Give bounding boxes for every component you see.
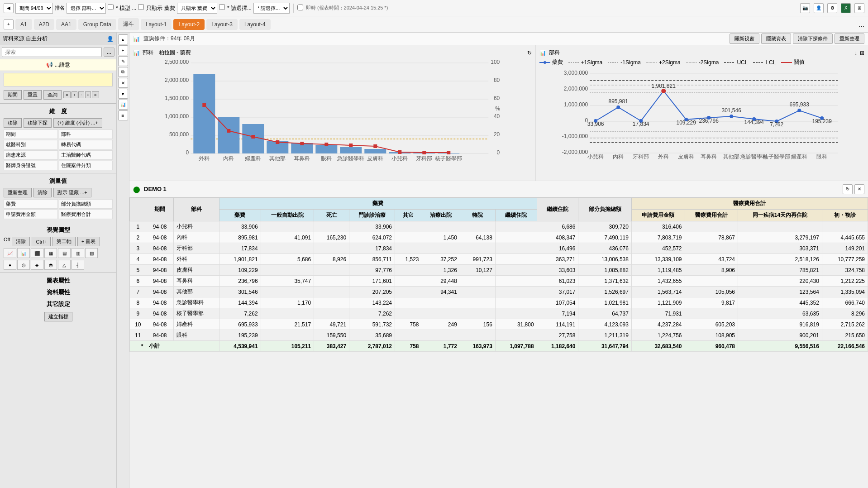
create-indicator[interactable]: 建立指標 [0,310,116,323]
show-hide-button[interactable]: 顯示 隱藏 ...+ [53,188,91,197]
chart-pie-icon[interactable]: ● [4,260,16,270]
chart-candle-icon[interactable]: ┤ [72,260,84,270]
second-axis-button[interactable]: 第二軸 [52,237,76,246]
search-more-button[interactable]: ... [104,48,114,57]
cell-continue [495,330,537,341]
nav-prev-button[interactable]: ‹ [72,91,77,98]
remove-down-button[interactable]: 移除下探 [24,118,52,128]
chart-gauge-icon[interactable]: ◓ [44,260,57,270]
tab-layout4[interactable]: Layout-4 [239,19,271,30]
vtool-filter[interactable]: ▼ [118,89,128,99]
clear2-button[interactable]: 清除 [12,237,30,246]
reorganize2-button[interactable]: 重新整理 [4,188,32,197]
dim-item-period[interactable]: 期間 [4,129,58,139]
vtool-edit[interactable]: ✎ [118,56,128,66]
language-tab[interactable]: 📢 ...語意 [0,59,116,71]
cell-auto-discharge: 41,091 [261,232,314,243]
tab-a1[interactable]: A1 [15,19,32,30]
select2-checkbox[interactable] [219,4,225,10]
chart-scatter-icon[interactable]: ⬛ [31,248,43,258]
vtool-table[interactable]: ≡ [118,110,128,120]
chart-column-icon[interactable]: ▥ [72,248,84,258]
add-chart-button[interactable]: + 圖表 [77,237,100,246]
cell-period: 94-08 [146,254,173,265]
model-checkbox[interactable] [108,4,114,10]
add-dim-button[interactable]: (+) 維度 (小計) ...+ [53,118,102,128]
chart-radar-icon[interactable]: ◈ [31,260,43,270]
cell-total: 1,563,714 [631,287,685,297]
expand-button[interactable]: ⊞ [854,3,864,13]
dim-item-type[interactable]: 就醫科別 [4,140,58,149]
chart-pareto-icon[interactable]: ▤ [58,248,71,258]
back-button[interactable]: ◀ [4,3,14,13]
sidebar-close-button[interactable]: 👤 [107,36,114,42]
vtool-chart[interactable]: 📊 [118,100,128,110]
dim-item-doctor[interactable]: 主治醫師代碼 [59,150,113,160]
left-chart-refresh-icon[interactable]: ↻ [527,50,532,56]
nav-first-button[interactable]: « [63,91,71,98]
table-close-button[interactable]: ✕ [854,184,864,194]
vtool-up[interactable]: ▲ [118,34,128,44]
tab-a2d[interactable]: A2D [34,19,54,30]
create-indicator-button[interactable]: 建立指標 [44,312,72,321]
excel-button[interactable]: X [841,3,851,13]
measure-copay[interactable]: 部分負擔總額 [59,199,113,209]
refresh-window-button[interactable]: 關新視窗 [730,33,759,44]
datetime-checkbox[interactable] [297,5,303,10]
tab-layout3[interactable]: Layout-3 [206,19,238,30]
measure-total[interactable]: 醫療費用合計 [59,210,113,219]
select2-dropdown[interactable]: * 請選擇... [253,3,290,14]
cell-readmit14: 8,906 [685,265,738,276]
hide-table-button[interactable]: 隱藏資表 [761,33,791,44]
clear-measure-button[interactable]: 清除 [33,188,52,197]
camera-button[interactable]: 📷 [800,3,810,13]
nav-dot-button[interactable]: · [78,91,84,98]
measure-drug[interactable]: 藥費 [4,199,58,209]
cell-copay: 408,347 [537,232,578,243]
user-button[interactable]: 👤 [814,3,824,13]
tab-group-data[interactable]: Group Data [78,19,116,30]
dim-item-dept[interactable]: 部科 [59,129,113,139]
display-select[interactable]: 只顯示 葉費 [177,3,217,14]
add-tab-button[interactable]: + [4,19,14,29]
period-select[interactable]: 期間 94/08 [15,3,53,14]
tab-layout2[interactable]: Layout-2 [173,19,205,30]
dim-item-doctor-id[interactable]: 醫師身份證號 [4,161,58,170]
remove-button[interactable]: 移除 [4,118,22,128]
vtool-delete[interactable]: ✕ [118,78,128,88]
select-dept[interactable]: 選擇 部科... [67,3,106,14]
chart-bar-icon[interactable]: 📊 [17,248,30,258]
dim-item-hosp[interactable]: 住院案件分類 [59,161,113,170]
nav-more[interactable]: ... [858,20,864,29]
display-checkbox[interactable] [138,4,144,10]
ctrl-button[interactable]: Ctrl+ [32,237,51,246]
tab-funnel[interactable]: 漏斗 [118,18,139,30]
chart-triangle-icon[interactable]: △ [58,260,71,270]
search-input[interactable] [2,47,102,57]
reorganize-button[interactable]: 重新整理 [835,33,864,44]
chart-stackbar-icon[interactable]: ▧ [85,248,98,258]
tab-aa1[interactable]: AA1 [56,19,76,30]
table-scroll[interactable]: 期間 部科 藥費 繼續住院 部分負擔總額 醫療費用合計 藥費 一般自動出院 死亡 [129,197,868,352]
query-button[interactable]: 查詢 [43,90,62,100]
clear-filter-button[interactable]: 清除下探條件 [793,33,833,44]
chart-line-icon[interactable]: 📈 [4,248,16,258]
measure-claim[interactable]: 申請費用金額 [4,210,58,219]
reset-button[interactable]: 重置 [24,90,42,100]
vtool-add[interactable]: + [118,45,128,55]
period-button[interactable]: 期間 [4,90,22,100]
right-chart-expand-icon[interactable]: ⊞ [860,50,864,56]
settings-button[interactable]: ⚙ [827,3,837,13]
tab-layout1[interactable]: Layout-1 [141,19,172,30]
dim-item-code[interactable]: 轉易代碼 [59,140,113,149]
nav-last-button[interactable]: » [92,91,99,98]
chart-area-icon[interactable]: ▦ [44,248,57,258]
nav-next-button[interactable]: › [85,91,91,98]
chart-donut-icon[interactable]: ◎ [17,260,30,270]
cell-other: 758 [395,319,422,330]
dim-item-source[interactable]: 病患來源 [4,150,58,160]
th-drug: 藥費 [219,210,261,221]
right-chart-download-icon[interactable]: ↓ [854,50,857,56]
vtool-copy[interactable]: ⧉ [118,67,128,77]
table-refresh-button[interactable]: ↻ [843,184,853,194]
